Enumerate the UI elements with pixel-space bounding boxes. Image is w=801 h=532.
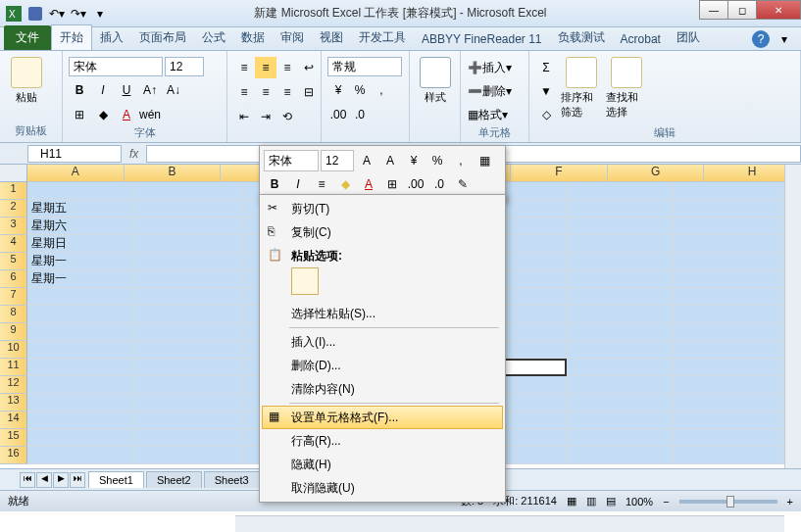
- cell[interactable]: [675, 411, 782, 429]
- font-name-combo[interactable]: 宋体: [69, 57, 163, 76]
- mini-bold[interactable]: B: [264, 173, 285, 195]
- cell[interactable]: 星期日: [27, 235, 135, 253]
- row-header[interactable]: 10: [0, 341, 27, 359]
- mini-font-color[interactable]: A: [358, 173, 379, 195]
- tab-loadtest[interactable]: 负载测试: [550, 25, 613, 50]
- row-header[interactable]: 9: [0, 323, 27, 341]
- cell[interactable]: [135, 323, 243, 341]
- percent-button[interactable]: %: [349, 79, 371, 101]
- align-bottom[interactable]: ≡: [276, 57, 298, 78]
- styles-button[interactable]: 样式: [416, 57, 454, 105]
- mini-comma[interactable]: ,: [450, 150, 472, 171]
- cell[interactable]: [567, 235, 675, 253]
- paste-button[interactable]: 粘贴: [6, 57, 47, 105]
- cell[interactable]: [567, 323, 675, 341]
- tab-view[interactable]: 视图: [312, 25, 351, 50]
- row-header[interactable]: 8: [0, 306, 27, 323]
- undo-icon[interactable]: ↶▾: [47, 4, 67, 24]
- first-sheet-button[interactable]: ⏮: [20, 472, 35, 488]
- cell[interactable]: [135, 359, 243, 376]
- cell[interactable]: [675, 200, 782, 218]
- align-middle[interactable]: ≡: [255, 57, 276, 78]
- cell[interactable]: [135, 270, 243, 288]
- decrease-indent[interactable]: ⇤: [233, 106, 255, 127]
- find-select-button[interactable]: 查找和选择: [606, 57, 647, 120]
- cell[interactable]: [27, 288, 135, 306]
- excel-icon[interactable]: X: [4, 4, 24, 24]
- decrease-font-button[interactable]: A↓: [163, 79, 184, 101]
- sort-filter-button[interactable]: 排序和筛选: [561, 57, 602, 120]
- mini-grow-font[interactable]: A: [356, 150, 377, 171]
- cell[interactable]: [675, 359, 782, 376]
- cell[interactable]: [567, 376, 675, 394]
- mini-border[interactable]: ⊞: [381, 173, 403, 195]
- font-color-button[interactable]: A: [116, 104, 137, 125]
- minimize-ribbon-icon[interactable]: ▾: [774, 28, 795, 50]
- col-header[interactable]: A: [27, 165, 125, 182]
- tab-data[interactable]: 数据: [233, 25, 273, 50]
- cell[interactable]: [135, 394, 243, 411]
- cell[interactable]: [675, 306, 782, 323]
- mini-fill-color[interactable]: ◆: [334, 173, 356, 195]
- cell[interactable]: [567, 218, 675, 235]
- mini-shrink-font[interactable]: A: [379, 150, 401, 171]
- tab-insert[interactable]: 插入: [92, 25, 131, 50]
- cell[interactable]: [567, 359, 675, 376]
- save-icon[interactable]: [25, 4, 45, 24]
- merge-button[interactable]: ⊟: [298, 81, 320, 103]
- menu-cut[interactable]: ✂剪切(T): [262, 197, 503, 220]
- align-top[interactable]: ≡: [233, 57, 255, 78]
- cell[interactable]: [567, 394, 675, 411]
- cell[interactable]: [675, 376, 782, 394]
- cell[interactable]: [675, 182, 782, 200]
- cell[interactable]: [675, 394, 782, 411]
- cell[interactable]: [675, 323, 782, 341]
- row-header[interactable]: 1: [0, 182, 27, 200]
- menu-clear[interactable]: 清除内容(N): [262, 377, 503, 401]
- row-header[interactable]: 2: [0, 200, 27, 218]
- fill-color-button[interactable]: ◆: [92, 104, 114, 125]
- cell[interactable]: 星期一: [27, 253, 135, 270]
- format-cells-button[interactable]: ▦ 格式 ▾: [467, 104, 526, 125]
- tab-developer[interactable]: 开发工具: [351, 25, 414, 50]
- delete-cells-button[interactable]: ➖ 删除 ▾: [467, 80, 526, 102]
- help-icon[interactable]: ?: [752, 30, 770, 48]
- minimize-button[interactable]: —: [699, 0, 728, 20]
- cell[interactable]: [567, 270, 675, 288]
- mini-dec-decimal[interactable]: .0: [428, 173, 450, 195]
- number-format-combo[interactable]: 常规: [327, 57, 402, 76]
- cell[interactable]: [135, 447, 243, 464]
- cell[interactable]: [27, 182, 135, 200]
- row-header[interactable]: 16: [0, 447, 27, 464]
- cell[interactable]: [567, 200, 675, 218]
- cell[interactable]: [675, 218, 782, 235]
- bold-button[interactable]: B: [69, 79, 90, 101]
- name-box[interactable]: H11: [27, 145, 122, 163]
- mini-styles-icon[interactable]: ▦: [474, 150, 495, 171]
- cell[interactable]: [675, 235, 782, 253]
- horizontal-scrollbar[interactable]: [235, 515, 784, 532]
- cell[interactable]: [675, 429, 782, 447]
- cell[interactable]: [27, 394, 135, 411]
- mini-percent[interactable]: %: [426, 150, 448, 171]
- increase-decimal[interactable]: .00: [327, 104, 349, 125]
- mini-italic[interactable]: I: [287, 173, 309, 195]
- last-sheet-button[interactable]: ⏭: [70, 472, 85, 488]
- cell[interactable]: [135, 288, 243, 306]
- menu-row-height[interactable]: 行高(R)...: [262, 429, 503, 453]
- zoom-slider[interactable]: [679, 500, 777, 504]
- cell[interactable]: [27, 323, 135, 341]
- mini-currency[interactable]: ¥: [403, 150, 425, 171]
- tab-home[interactable]: 开始: [51, 24, 92, 50]
- tab-review[interactable]: 审阅: [273, 25, 312, 50]
- cell[interactable]: 星期五: [27, 200, 135, 218]
- prev-sheet-button[interactable]: ◀: [36, 472, 52, 488]
- row-header[interactable]: 3: [0, 218, 27, 235]
- tab-acrobat[interactable]: Acrobat: [613, 28, 669, 50]
- view-normal-icon[interactable]: ▦: [567, 495, 576, 508]
- currency-button[interactable]: ¥: [327, 79, 349, 101]
- cell[interactable]: [135, 411, 243, 429]
- cell[interactable]: [135, 253, 243, 270]
- mini-font-combo[interactable]: 宋体: [264, 150, 319, 171]
- phonetic-button[interactable]: wén: [139, 104, 161, 125]
